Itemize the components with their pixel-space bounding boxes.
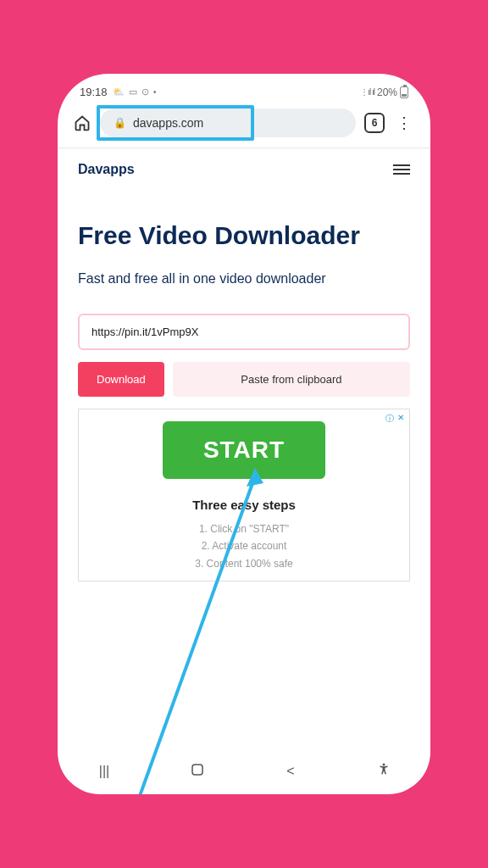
nav-accessibility-icon[interactable]	[367, 762, 401, 781]
status-bar: 19:18 ⛅ ▭ ⊙ • ⋮ıl ıl 20%	[58, 74, 430, 102]
page-title: Free Video Downloader	[78, 221, 410, 251]
browser-menu-icon[interactable]: ⋮	[393, 115, 415, 131]
main-content: Free Video Downloader Fast and free all …	[58, 191, 430, 581]
site-logo[interactable]: Davapps	[78, 162, 135, 177]
url-text: davapps.com	[133, 116, 203, 130]
android-nav-bar: ||| <	[58, 748, 430, 794]
url-bar[interactable]: 🔒 davapps.com	[100, 108, 356, 137]
ad-start-button[interactable]: START	[163, 421, 325, 479]
svg-point-1	[383, 764, 385, 766]
ad-step-1: 1. Click on "START"	[79, 520, 409, 537]
phone-frame: 19:18 ⛅ ▭ ⊙ • ⋮ıl ıl 20% 🔒 davapps.com 6…	[58, 74, 430, 794]
status-left-icons: ⛅ ▭ ⊙ •	[113, 86, 158, 97]
status-time: 19:18	[80, 86, 108, 98]
ad-info-icon[interactable]: ⓘ	[385, 413, 394, 425]
home-icon[interactable]	[73, 114, 92, 132]
ad-steps-title: Three easy steps	[79, 498, 409, 512]
paste-clipboard-button[interactable]: Paste from clipboard	[173, 362, 410, 397]
page-subtitle: Fast and free all in one video downloade…	[78, 270, 410, 288]
tab-count[interactable]: 6	[364, 113, 385, 133]
battery-percent: 20%	[377, 86, 397, 98]
site-header: Davapps	[58, 148, 430, 191]
download-button[interactable]: Download	[78, 362, 164, 397]
lock-icon: 🔒	[114, 117, 126, 129]
video-url-input[interactable]	[78, 314, 410, 350]
svg-rect-0	[192, 765, 202, 775]
battery-icon	[400, 86, 408, 98]
ad-close-icon[interactable]: ✕	[397, 413, 404, 425]
nav-back-icon[interactable]: <	[274, 764, 308, 779]
ad-step-3: 3. Content 100% safe	[79, 555, 409, 572]
signal-icon: ⋮ıl ıl	[360, 87, 374, 97]
ad-steps-list: 1. Click on "START" 2. Activate account …	[79, 520, 409, 572]
nav-home-icon[interactable]	[180, 762, 214, 781]
ad-step-2: 2. Activate account	[79, 537, 409, 554]
browser-bar: 🔒 davapps.com 6 ⋮	[58, 102, 430, 146]
hamburger-icon[interactable]	[393, 164, 410, 175]
ad-box: ⓘ ✕ START Three easy steps 1. Click on "…	[78, 409, 410, 581]
nav-recent-icon[interactable]: |||	[87, 764, 121, 779]
